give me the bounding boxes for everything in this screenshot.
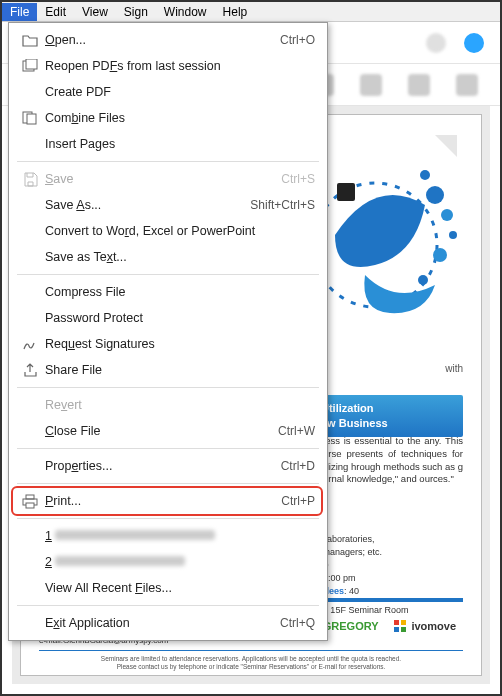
menu-exit[interactable]: Exit ApplicationCtrl+Q (9, 610, 327, 636)
menu-save-as-text[interactable]: Save as Text... (9, 244, 327, 270)
menu-combine-files[interactable]: Combine Files (9, 105, 327, 131)
notification-icon[interactable] (426, 33, 446, 53)
tool-icon[interactable] (360, 74, 382, 96)
menu-revert: Revert (9, 392, 327, 418)
detail-list: ch laboratories, s; managers; etc. - 30 … (313, 533, 463, 598)
svg-point-10 (420, 170, 430, 180)
account-avatar-icon[interactable] (464, 33, 484, 53)
separator (17, 161, 319, 162)
with-label: with (313, 363, 463, 374)
brochure-graphic (305, 125, 465, 345)
menu-insert-pages[interactable]: Insert Pages (9, 131, 327, 157)
svg-rect-18 (401, 620, 406, 625)
menu-reopen[interactable]: Reopen PDFs from last session (9, 53, 327, 79)
svg-point-12 (433, 248, 447, 262)
menu-request-signatures[interactable]: Request Signatures (9, 331, 327, 357)
menu-save-as[interactable]: Save As...Shift+Ctrl+S (9, 192, 327, 218)
tool-icon[interactable] (456, 74, 478, 96)
signature-icon (15, 337, 45, 351)
separator (17, 387, 319, 388)
menu-save: Save Ctrl+S (9, 166, 327, 192)
menu-properties[interactable]: Properties...Ctrl+D (9, 453, 327, 479)
menu-window[interactable]: Window (156, 3, 215, 21)
separator (17, 274, 319, 275)
printer-icon (15, 494, 45, 509)
menu-help[interactable]: Help (215, 3, 256, 21)
separator (17, 483, 319, 484)
combine-icon (15, 111, 45, 125)
body-paragraph: siness is essential to the any. This cou… (313, 435, 463, 486)
separator (17, 605, 319, 606)
svg-rect-3 (27, 114, 36, 124)
svg-rect-17 (394, 620, 399, 625)
menu-sign[interactable]: Sign (116, 3, 156, 21)
menu-share-file[interactable]: Share File (9, 357, 327, 383)
file-menu-dropdown: Open... Ctrl+O Reopen PDFs from last ses… (8, 22, 328, 641)
menu-bar: File Edit View Sign Window Help (2, 2, 500, 22)
menu-password-protect[interactable]: Password Protect (9, 305, 327, 331)
svg-rect-19 (394, 627, 399, 632)
share-icon (15, 363, 45, 378)
svg-point-9 (441, 209, 453, 221)
sponsor-ivomove: ivomove (392, 618, 456, 634)
menu-create-pdf[interactable]: Create PDF (9, 79, 327, 105)
menu-open[interactable]: Open... Ctrl+O (9, 27, 327, 53)
svg-rect-20 (401, 627, 406, 632)
separator (17, 448, 319, 449)
menu-view[interactable]: View (74, 3, 116, 21)
svg-point-11 (449, 231, 457, 239)
svg-rect-14 (337, 183, 355, 201)
tool-icon[interactable] (408, 74, 430, 96)
shortcut: Ctrl+O (280, 33, 315, 47)
fine-print: Seminars are limited to attendance reser… (21, 655, 481, 671)
save-icon (15, 172, 45, 187)
menu-close-file[interactable]: Close FileCtrl+W (9, 418, 327, 444)
svg-point-8 (426, 186, 444, 204)
heading-banner: Utilizationew Business (313, 395, 463, 437)
menu-recent-2[interactable]: 2 (9, 549, 327, 575)
menu-convert[interactable]: Convert to Word, Excel or PowerPoint (9, 218, 327, 244)
separator (17, 518, 319, 519)
svg-point-13 (418, 275, 428, 285)
menu-edit[interactable]: Edit (37, 3, 74, 21)
svg-rect-1 (26, 59, 37, 69)
reopen-icon (15, 59, 45, 73)
menu-compress[interactable]: Compress File (9, 279, 327, 305)
svg-rect-4 (26, 495, 34, 499)
folder-open-icon (15, 33, 45, 47)
menu-print[interactable]: Print... Ctrl+P (9, 488, 327, 514)
menu-file[interactable]: File (2, 3, 37, 21)
menu-recent-1[interactable]: 1 (9, 523, 327, 549)
menu-view-all-recent[interactable]: View All Recent Files... (9, 575, 327, 601)
svg-rect-6 (26, 503, 34, 508)
